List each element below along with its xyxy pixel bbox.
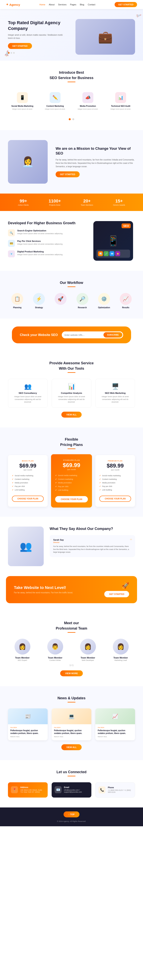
team-heading: Meet our Professional Team [8,621,135,633]
contact-title: Let us Connected [8,770,135,774]
testimonial-name: Sarah Say [53,539,132,541]
growth-visual: 📱 SEO 📊 🔗 📧 ⭐ [92,221,135,261]
growth-title: Developed For Higher Business Growth [8,221,85,226]
contact-heading: Let us Connected [8,770,135,776]
pricing-feature-std-1: ✓Social media marketing [55,474,88,477]
pricing-heading: Flexible Pricing Plans [8,438,135,449]
news-card-3: 📈 Oct 2024 Pellentesque feugiat, quction… [95,708,135,740]
growth-item-ppc: 💳 Pay Per Click Services Integer lorem i… [8,240,85,247]
news-image-1: 📰 [8,708,48,724]
pricing-features-standard: ✓Social media marketing ✓Content marketi… [55,474,88,492]
stat-projects: 1100+ Projects Done [49,199,61,206]
team-role-2: Content Writer [41,659,69,661]
workflow-section: Our Workflow 📋 Planning ⚡ Strategy 🚀 🔎 R… [0,271,143,318]
pricing-underline [67,449,76,449]
nav-pages[interactable]: Pages [70,3,76,6]
news-body-3: Oct 2024 Pellentesque feugiat, quction s… [95,724,135,740]
team-title-line1: Meet our [8,621,135,625]
nav-about[interactable]: About [49,3,55,6]
seo-url-input[interactable] [64,334,103,336]
team-card-2: 👨 Team Member Content Writer [41,639,69,661]
stats-bar: 99+ Active Clients 1100+ Projects Done 2… [0,194,143,211]
team-role-3: Web Developer [74,659,102,661]
pricing-tag-standard: STANDARD PLAN [55,460,88,461]
team-title-line2: Professional Team [8,627,135,630]
mission-image: 👩‍💼 [8,140,48,184]
workflow-underline [67,286,76,287]
workflow-icon-planning: 📋 [11,293,23,305]
seo-visual-card: 📱 SEO 📊 🔗 📧 ⭐ [93,221,133,261]
team-role-4: Marketing Lead [106,659,135,661]
pricing-tag-basic: BASIC PLAN [12,460,44,462]
team-role-1: SEO Expert [8,659,37,661]
service-title-social: Social Media Marketing [10,105,35,107]
services-heading: Introduce Best SEO Service for Business [8,70,135,82]
workflow-icon-strategy: ⚡ [33,293,45,305]
tools-title-line2: With Our Tools [8,366,135,371]
tools-section: Provide Awesome Service With Our Tools 👥… [0,351,143,428]
pricing-feature-2: ✓Content marketing [12,477,44,481]
pricing-feature-5: ✓Link building [12,488,44,492]
team-name-3: Team Member [74,657,102,659]
pricing-button-basic[interactable]: CHOOSE YOUR PLAN [12,496,44,502]
tools-underline [67,372,76,373]
nav-cta-button[interactable]: GET STARTED [115,2,137,7]
hero-dot-3[interactable] [13,52,15,54]
testimonials-image-area: 👥 [8,527,44,566]
services-title-line2: SEO Service for Business [8,76,135,80]
team-view-more-wrap: VIEW MORE [8,670,135,676]
workflow-rocket: 🚀 [51,293,70,309]
testimonial-role: Director [53,541,132,543]
nav-blog[interactable]: Blog [80,3,84,6]
pricing-period-standard: /per month [55,469,88,471]
workflow-icon-results: 📈 [120,293,132,305]
news-card-1: 📰 Oct 2024 Pellentesque feugiat, quction… [8,708,48,740]
contact-detail-phone: +1 (800) 555-0123 / +1 (800) 555-0124 [108,789,132,793]
testimonials-team-photo: 👥 [8,527,44,566]
nav-services[interactable]: Services [58,3,66,6]
stat-awards-label: Honors Awards [113,204,125,206]
pricing-title-line2: Pricing Plans [8,443,135,447]
team-card-1: 👩 Team Member SEO Expert [8,639,37,661]
team-view-more-button[interactable]: VIEW MORE [60,670,83,676]
services-nav [8,118,135,120]
cta-title: Take Website to Next Level! [14,585,73,590]
hero-cta-button[interactable]: GET STARTED [8,43,32,49]
news-date-3: Oct 2024 [98,727,133,729]
mission-cta-button[interactable]: GET STARTED [56,171,80,177]
pricing-button-premium[interactable]: CHOOSE YOUR PLAN [99,496,131,502]
seo-submit-button[interactable]: SUBSCRIBE [103,332,122,337]
testimonials-section: 👥 What They Say About Our Company? " Sar… [0,517,143,576]
pricing-features-premium: ✓Social media marketing ✓Content marketi… [99,474,131,492]
service-icon-technical: 📊 [115,92,126,103]
workflow-label-strategy: Strategy [30,307,48,309]
services-nav-dot-1[interactable] [69,118,71,120]
seo-check-title: Check your Website SEO [20,333,58,337]
hero-dot-2[interactable] [11,52,12,54]
scroll-top-button[interactable]: ↑ TOP [64,811,80,817]
news-view-all-button[interactable]: VIEW ALL [61,744,82,750]
news-title: News & Updates [8,696,135,700]
service-card-social: 📱 Social Media Marketing Integer lorem i… [8,88,37,114]
news-image-3: 📈 [95,708,135,724]
service-card-media: 📣 Media Promotion Integer lorem ipsum si… [74,88,102,114]
stat-projects-number: 1100+ [49,199,61,204]
cta-button[interactable]: GET STARTED [104,591,129,597]
workflow-label-planning: Planning [8,307,27,309]
growth-section: Developed For Higher Business Growth 🔍 S… [0,211,143,271]
news-section: News & Updates 📰 Oct 2024 Pellentesque f… [0,686,143,760]
workflow-label-optimization: Optimization [95,307,113,309]
nav-home[interactable]: Home [39,3,45,6]
growth-item-digital: 📧 Digital Product Marketing Integer lore… [8,250,85,257]
growth-icon-seo: 🔍 [8,229,15,236]
pricing-button-standard[interactable]: CHOOSE YOUR PLAN [55,496,88,503]
service-card-content: ✏️ Content Marketing Integer lorem ipsum… [41,88,69,114]
nav-contact[interactable]: Contact [88,3,95,6]
tool-card-web-marketing: 🖥️ SEO Web Marketing Integer lorem ipsum… [95,379,135,408]
tools-view-all-button[interactable]: VIEW ALL [61,412,82,418]
growth-icon-digital: 📧 [8,250,15,257]
tool-title-consultancy: SEO Consultancy [11,392,45,394]
services-nav-dot-2[interactable] [72,118,74,120]
testimonials-title: What They Say About Our Company? [50,527,135,531]
pricing-feature-prm-2: ✓Content marketing [99,477,131,481]
